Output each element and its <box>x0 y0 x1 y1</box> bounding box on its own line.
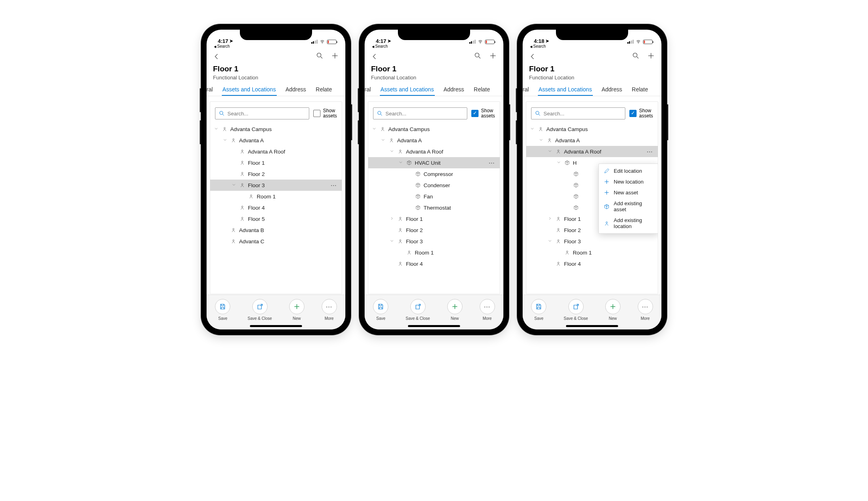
tree-node[interactable]: Floor 3 <box>368 236 500 247</box>
search-input[interactable]: Search... <box>373 107 467 119</box>
tree-node[interactable]: Advanta C <box>210 236 342 247</box>
tab-assets-locations[interactable]: Assets and Locations <box>380 83 435 96</box>
tree-node[interactable]: Advanta Campus <box>368 123 500 135</box>
page-title: Floor 1 <box>371 65 497 73</box>
more-icon[interactable]: ⋯ <box>487 159 497 166</box>
asset-icon <box>405 160 413 166</box>
tab-related[interactable]: Relate <box>473 83 491 96</box>
add-icon[interactable] <box>331 52 339 61</box>
save-button[interactable]: Save <box>215 299 230 321</box>
menu-add-existing-location[interactable]: Add existing location <box>599 215 658 232</box>
location-icon <box>238 216 246 222</box>
tree-node[interactable]: Thermostat <box>368 202 500 213</box>
location-icon <box>537 126 545 132</box>
save-button[interactable]: Save <box>531 299 546 321</box>
back-to-search[interactable]: Search <box>365 44 503 48</box>
tree-node[interactable]: Advanta A Roof <box>210 146 342 157</box>
tab-related[interactable]: Relate <box>631 83 649 96</box>
show-assets-checkbox[interactable]: ✓ <box>629 110 637 117</box>
menu-add-existing-asset[interactable]: Add existing asset <box>599 198 658 215</box>
save-close-button[interactable]: Save & Close <box>406 299 430 321</box>
location-icon <box>546 137 554 143</box>
bottom-bar: Save Save & Close New ⋯More <box>365 295 503 329</box>
tree-node[interactable]: Floor 1 <box>368 213 500 224</box>
search-icon[interactable] <box>632 52 640 61</box>
search-input[interactable]: Search... <box>215 107 309 119</box>
more-icon[interactable]: ⋯ <box>645 148 655 155</box>
tree-node[interactable]: Room 1 <box>526 247 658 258</box>
cell-signal-icon <box>469 40 476 44</box>
search-icon[interactable] <box>316 52 324 61</box>
tab-address[interactable]: Address <box>285 83 307 96</box>
save-close-button[interactable]: Save & Close <box>247 299 272 321</box>
tree-node[interactable]: Floor 3 <box>526 236 658 247</box>
tree-node[interactable]: Floor 2 <box>368 224 500 236</box>
back-button[interactable] <box>213 52 220 61</box>
tree-node[interactable]: Room 1 <box>368 247 500 258</box>
tree-node[interactable]: Fan <box>368 191 500 202</box>
assets-panel: Search... Showassets Advanta Campus Adva… <box>210 101 342 294</box>
tree-node[interactable]: Advanta A <box>526 135 658 146</box>
new-button[interactable]: New <box>447 299 462 321</box>
tree-node[interactable]: Floor 4 <box>210 202 342 213</box>
tree-node[interactable]: Floor 5 <box>210 213 342 224</box>
save-close-button[interactable]: Save & Close <box>564 299 588 321</box>
tree-node-selected[interactable]: Floor 3⋯ <box>210 180 342 191</box>
more-button[interactable]: ⋯More <box>480 299 495 321</box>
content-area: Search... Showassets Advanta Campus Adva… <box>207 96 345 295</box>
location-icon <box>379 126 387 132</box>
location-icon <box>554 261 562 267</box>
show-assets-toggle[interactable]: ✓ Showassets <box>471 108 495 119</box>
tab-general[interactable]: ral <box>365 83 372 96</box>
show-assets-toggle[interactable]: ✓ Showassets <box>629 108 653 119</box>
more-icon[interactable]: ⋯ <box>329 182 339 189</box>
tab-related[interactable]: Relate <box>315 83 333 96</box>
tree-node[interactable]: Advanta A <box>368 135 500 146</box>
tree-node-selected[interactable]: Advanta A Roof⋯ <box>526 146 658 157</box>
tree-node[interactable]: Advanta Campus <box>526 123 658 135</box>
tab-general[interactable]: ral <box>207 83 214 96</box>
add-icon[interactable] <box>647 52 655 61</box>
tree-node[interactable]: Room 1 <box>210 191 342 202</box>
add-icon[interactable] <box>489 52 497 61</box>
tree-node[interactable]: Advanta B <box>210 224 342 236</box>
show-assets-toggle[interactable]: Showassets <box>313 108 337 119</box>
save-button[interactable]: Save <box>373 299 388 321</box>
tree-node[interactable]: Floor 4 <box>526 258 658 269</box>
tree-node-selected[interactable]: HVAC Unit⋯ <box>368 157 500 168</box>
tree-node[interactable]: Floor 2 <box>210 168 342 180</box>
tab-general[interactable]: ral <box>523 83 530 96</box>
show-assets-checkbox[interactable] <box>313 110 320 117</box>
back-to-search[interactable]: Search <box>207 44 345 48</box>
location-icon <box>396 149 404 154</box>
tree-node[interactable]: Floor 4 <box>368 258 500 269</box>
more-icon: ⋯ <box>326 303 333 311</box>
menu-new-location[interactable]: New location <box>599 176 658 187</box>
tree-node[interactable]: Advanta A Roof <box>368 146 500 157</box>
new-button[interactable]: New <box>289 299 304 321</box>
location-icon <box>554 216 562 222</box>
search-icon[interactable] <box>474 52 482 61</box>
tab-assets-locations[interactable]: Assets and Locations <box>222 83 277 96</box>
back-to-search[interactable]: Search <box>523 44 661 48</box>
phone-3: 4:18➤ Search Floor 1Functional Location … <box>517 24 667 335</box>
tree-node[interactable]: Advanta A <box>210 135 342 146</box>
search-input[interactable]: Search... <box>531 107 625 119</box>
back-button[interactable] <box>371 52 378 61</box>
tree-node[interactable]: Floor 1 <box>210 157 342 168</box>
new-button[interactable]: New <box>605 299 621 321</box>
show-assets-checkbox[interactable]: ✓ <box>471 110 479 117</box>
location-tree: Advanta Campus Advanta A Advanta A Roof … <box>368 123 500 294</box>
tab-address[interactable]: Address <box>601 83 623 96</box>
back-button[interactable] <box>529 52 536 61</box>
tree-node[interactable]: Compressor <box>368 168 500 180</box>
more-button[interactable]: ⋯More <box>638 299 653 321</box>
tree-node[interactable]: Condenser <box>368 180 500 191</box>
tab-address[interactable]: Address <box>443 83 465 96</box>
tab-assets-locations[interactable]: Assets and Locations <box>538 83 593 96</box>
more-button[interactable]: ⋯More <box>322 299 337 321</box>
tree-node[interactable]: Advanta Campus <box>210 123 342 135</box>
menu-new-asset[interactable]: New asset <box>599 187 658 198</box>
menu-edit-location[interactable]: Edit location <box>599 166 658 176</box>
screen-2: 4:17➤ Search Floor 1Functional Location … <box>365 30 503 329</box>
